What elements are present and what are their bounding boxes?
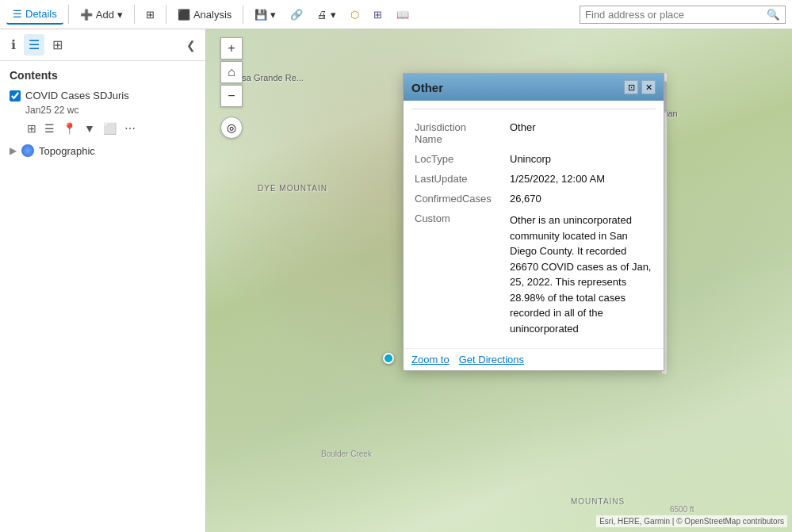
field-value-custom: Other is an unincorporated community loc… (507, 209, 656, 340)
separator-2 (134, 5, 135, 24)
layer-checkbox[interactable] (10, 90, 21, 101)
layer-tool-table[interactable]: ⊞ (25, 121, 38, 136)
globe-icon (21, 144, 34, 157)
save-icon: 💾 (254, 9, 267, 21)
popup-footer: Zoom to Get Directions (404, 348, 664, 370)
details-icon: ☰ (13, 8, 22, 20)
share-icon: 🔗 (290, 9, 303, 21)
save-button[interactable]: 💾 ▾ (248, 6, 282, 24)
search-container: 🔍 (580, 6, 786, 24)
selected-marker (383, 353, 394, 364)
table-row: Custom Other is an unincorporated commun… (411, 209, 656, 340)
bookmarks-icon: 📖 (396, 9, 409, 21)
search-icon: 🔍 (767, 9, 780, 21)
map-area[interactable]: Mesa Grande Re... on Julian DYE MOUNTAIN… (206, 29, 792, 532)
print-button[interactable]: 🖨 ▾ (311, 6, 342, 24)
popup-close-button[interactable]: ✕ (641, 80, 656, 94)
layer-name: COVID Cases SDJuris (25, 90, 129, 101)
field-value-loctype: Unincorp (507, 149, 656, 169)
search-button[interactable]: 🔍 (767, 9, 780, 21)
compass-button[interactable]: ◎ (220, 117, 243, 139)
table-row: LastUpdate 1/25/2022, 12:00 AM (411, 169, 656, 189)
popup-body[interactable]: JurisdictionName Other LocType Unincorp … (404, 101, 664, 348)
zoom-out-button[interactable]: − (220, 85, 243, 107)
table-icon: ⊞ (52, 38, 63, 52)
list-icon: ☰ (29, 38, 40, 52)
layer-tools: ⊞ ☰ 📍 ▼ ⬜ ⋯ (25, 121, 196, 136)
popup-controls: ⊡ ✕ (624, 80, 656, 94)
view-toggle-button[interactable]: ⊞ (140, 6, 161, 24)
zoom-in-button[interactable]: + (220, 37, 243, 59)
zoom-to-button[interactable]: Zoom to (411, 354, 450, 366)
table-row: JurisdictionName Other (411, 117, 656, 149)
field-value-jurisdiction: Other (507, 117, 656, 149)
table-row: LocType Unincorp (411, 149, 656, 169)
layer-header: COVID Cases SDJuris (10, 90, 196, 101)
map-controls: + ⌂ − ◎ (220, 37, 243, 139)
save-dropdown-icon: ▾ (270, 9, 276, 21)
layer-tool-more[interactable]: ⋯ (123, 121, 137, 136)
sublayer-name: Topographic (39, 145, 95, 157)
details-label: Details (25, 8, 57, 20)
feature-popup: Other ⊡ ✕ JurisdictionName Other LocType… (403, 73, 664, 371)
get-directions-button[interactable]: Get Directions (459, 354, 524, 366)
details-tab[interactable]: ☰ Details (6, 5, 63, 25)
layer-item-covid: COVID Cases SDJuris Jan25 22 wc ⊞ ☰ 📍 ▼ … (10, 90, 196, 136)
custom-text: Other is an unincorporated community loc… (510, 214, 651, 335)
layer-tool-pin[interactable]: 📍 (61, 121, 78, 136)
controls-gap (220, 109, 243, 115)
home-button[interactable]: ⌂ (220, 61, 243, 83)
analysis-button[interactable]: ⬛ Analysis (171, 6, 238, 24)
popup-divider (411, 109, 656, 109)
field-label-lastupdate: LastUpdate (411, 169, 507, 189)
analysis-icon: ⬛ (178, 9, 190, 21)
bookmarks-button[interactable]: 📖 (390, 6, 415, 24)
layer-tool-legend[interactable]: ⬜ (101, 121, 118, 136)
analysis-label: Analysis (193, 9, 231, 21)
add-button[interactable]: ➕ Add ▾ (74, 6, 129, 24)
sidebar: ℹ ☰ ⊞ ❮ Contents COVID Cases SDJuris Jan… (0, 29, 206, 532)
contents-title: Contents (10, 69, 196, 82)
print-dropdown-icon: ▾ (331, 9, 336, 21)
expand-arrow: ▶ (10, 145, 17, 156)
layer-subtitle: Jan25 22 wc (25, 105, 196, 116)
popup-table: JurisdictionName Other LocType Unincorp … (411, 117, 656, 340)
field-label-jurisdiction: JurisdictionName (411, 117, 507, 149)
field-label-loctype: LocType (411, 149, 507, 169)
collapse-icon: ❮ (186, 39, 196, 52)
field-label-confirmedcases: ConfirmedCases (411, 189, 507, 209)
sidebar-tab-table[interactable]: ⊞ (48, 34, 67, 55)
add-dropdown-icon: ▾ (117, 9, 123, 21)
popup-title: Other (411, 81, 443, 94)
main-layout: ℹ ☰ ⊞ ❮ Contents COVID Cases SDJuris Jan… (0, 29, 792, 532)
separator-3 (166, 5, 166, 24)
main-toolbar: ☰ Details ➕ Add ▾ ⊞ ⬛ Analysis 💾 ▾ 🔗 🖨 ▾… (0, 0, 792, 29)
separator-4 (243, 5, 243, 24)
alert-button[interactable]: ⬡ (344, 6, 365, 24)
sidebar-collapse-button[interactable]: ❮ (183, 36, 199, 55)
table-row: ConfirmedCases 26,670 (411, 189, 656, 209)
field-value-lastupdate: 1/25/2022, 12:00 AM (507, 169, 656, 189)
search-box[interactable]: 🔍 (580, 6, 786, 24)
share-button[interactable]: 🔗 (284, 6, 309, 24)
add-label: Add (96, 9, 114, 21)
separator-1 (68, 5, 69, 24)
sidebar-tab-info[interactable]: ℹ (6, 34, 21, 55)
popup-header: Other ⊡ ✕ (404, 74, 664, 101)
sidebar-tabs: ℹ ☰ ⊞ ❮ (0, 29, 205, 61)
map-attribution: Esri, HERE, Garmin | © OpenStreetMap con… (596, 515, 787, 527)
popup-restore-button[interactable]: ⊡ (624, 80, 638, 94)
sidebar-tab-list[interactable]: ☰ (24, 34, 44, 55)
layer-tool-filter[interactable]: ▼ (82, 121, 97, 136)
field-value-confirmedcases: 26,670 (507, 189, 656, 209)
basemap-button[interactable]: ⊞ (367, 6, 388, 24)
print-icon: 🖨 (317, 9, 327, 21)
layer-tool-list[interactable]: ☰ (43, 121, 56, 136)
add-icon: ➕ (80, 9, 93, 21)
grid-icon: ⊞ (146, 9, 155, 21)
search-input[interactable] (585, 9, 767, 21)
field-label-custom: Custom (411, 209, 507, 340)
alert-icon: ⬡ (350, 9, 359, 21)
basemap-icon: ⊞ (373, 9, 382, 21)
info-icon: ℹ (11, 38, 16, 52)
